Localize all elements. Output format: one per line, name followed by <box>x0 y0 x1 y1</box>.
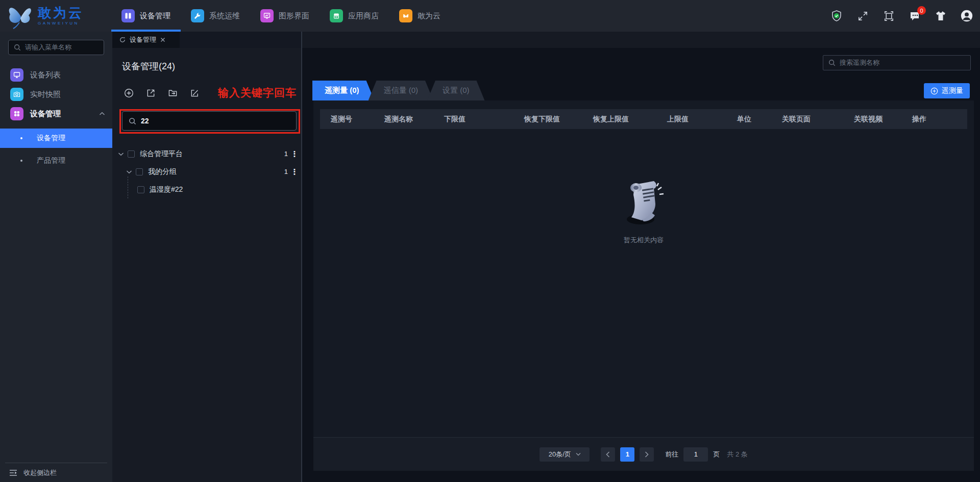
main-content: 搜索遥测名称 遥测量 (0) 遥信量 (0) 设置 (0) 遥测量 遥测号 遥测… <box>301 32 980 482</box>
system-ops-icon <box>191 9 204 22</box>
tab-telesignal[interactable]: 遥信量 (0) <box>369 81 434 100</box>
sidebar-item-device-list[interactable]: 设备列表 <box>0 65 112 85</box>
column-header: 关联视频 <box>854 115 912 124</box>
logo-title: 敢为云 <box>38 6 84 19</box>
user-avatar[interactable] <box>961 10 973 22</box>
page-tab-device-management[interactable]: 设备管理 <box>112 32 180 48</box>
menu-search-placeholder: 请输入菜单名称 <box>25 43 71 52</box>
refresh-icon[interactable] <box>119 37 126 43</box>
node-checkbox[interactable] <box>136 168 143 175</box>
chevron-left-icon <box>606 451 610 458</box>
messages-icon[interactable]: 0 <box>909 10 921 22</box>
tree-node-my-group[interactable]: 我的分组 1 ⋮ <box>112 163 301 181</box>
search-icon <box>14 44 21 51</box>
graphic-ui-icon <box>260 9 274 22</box>
nav-label: 系统运维 <box>209 11 240 21</box>
theme-skin-icon[interactable] <box>935 10 947 22</box>
tree-node-device[interactable]: 温湿度#22 <box>112 181 301 198</box>
table-header-row: 遥测号 遥测名称 下限值 恢复下限值 恢复上限值 上限值 单位 关联页面 关联视… <box>320 109 967 129</box>
main-top-strip <box>302 32 980 48</box>
sidebar-subitem-product-management[interactable]: 产品管理 <box>0 151 112 170</box>
table-body: 暂无相关内容 <box>313 129 974 437</box>
frame-capture-icon[interactable] <box>883 10 895 22</box>
page-size-select[interactable]: 20条/页 <box>540 447 590 462</box>
annotation-text: 输入关键字回车 <box>218 86 297 100</box>
nav-item-system-ops[interactable]: 系统运维 <box>181 0 250 32</box>
page-number-button[interactable]: 1 <box>620 447 634 462</box>
tab-settings[interactable]: 设置 (0) <box>427 81 485 100</box>
collapse-sidebar-icon <box>9 469 17 476</box>
sidebar-item-label: 设备列表 <box>30 70 61 80</box>
move-to-group-icon[interactable] <box>168 88 178 98</box>
empty-scroll-icon <box>620 177 667 226</box>
sidebar-menu: 设备列表 实时快照 设备管理 设备管理 产品管理 <box>0 65 112 170</box>
sidebar-item-device-management[interactable]: 设备管理 <box>0 104 112 123</box>
collapse-sidebar-button[interactable]: 收起侧边栏 <box>0 463 112 482</box>
nav-item-graphic-ui[interactable]: 图形界面 <box>250 0 320 32</box>
add-telemetry-button[interactable]: 遥测量 <box>924 83 970 98</box>
camera-icon <box>10 88 23 101</box>
node-checkbox[interactable] <box>137 186 144 193</box>
caret-down-icon[interactable] <box>118 152 124 156</box>
open-external-icon[interactable] <box>146 88 156 98</box>
pagination: 20条/页 1 前往 1 <box>540 447 747 462</box>
column-header: 单位 <box>737 115 782 124</box>
goto-label: 前往 <box>665 450 678 459</box>
device-tree-panel: 设备管理 设备管理(24) 输入关键字回车 22 综合管理平台 1 ⋮ 我的分组 <box>112 32 301 482</box>
left-sidebar: 请输入菜单名称 设备列表 实时快照 设备管理 设备 <box>0 32 112 482</box>
nav-item-device-management[interactable]: 设备管理 <box>111 0 181 32</box>
ganwei-cloud-icon <box>399 9 412 22</box>
page-size-value: 20条/页 <box>549 450 571 459</box>
butterfly-logo-icon <box>6 2 33 30</box>
sidebar-item-live-snapshot[interactable]: 实时快照 <box>0 85 112 104</box>
column-header: 关联页面 <box>782 115 854 124</box>
menu-search-input[interactable]: 请输入菜单名称 <box>8 40 104 55</box>
tree-search-value: 22 <box>141 117 149 125</box>
top-bar: 敢为云 GANWEIYUN 设备管理 系统运维 图形界面 应用 <box>0 0 980 32</box>
device-tree: 综合管理平台 1 ⋮ 我的分组 1 ⋮ 温湿度#22 <box>112 145 301 198</box>
tab-telemetry[interactable]: 遥测量 (0) <box>312 81 375 100</box>
column-header: 遥测名称 <box>384 115 444 124</box>
node-more-icon[interactable]: ⋮ <box>288 149 301 159</box>
grid-apps-icon <box>10 107 23 120</box>
fullscreen-icon[interactable] <box>856 10 869 22</box>
edit-node-icon[interactable] <box>190 88 200 98</box>
node-more-icon[interactable]: ⋮ <box>288 167 301 176</box>
total-count-label: 共 2 条 <box>727 450 747 459</box>
column-header: 恢复上限值 <box>593 115 667 124</box>
message-count-badge: 0 <box>917 6 926 15</box>
add-telemetry-label: 遥测量 <box>942 86 963 95</box>
tree-search-input[interactable]: 22 <box>122 111 297 131</box>
tree-node-label: 温湿度#22 <box>150 185 183 194</box>
chevron-down-icon <box>576 452 581 456</box>
tree-node-platform[interactable]: 综合管理平台 1 ⋮ <box>112 145 301 163</box>
app-logo: 敢为云 GANWEIYUN <box>6 2 84 30</box>
nav-label: 应用商店 <box>348 11 379 21</box>
nav-item-app-store[interactable]: 应用商店 <box>320 0 389 32</box>
telemetry-search-input[interactable]: 搜索遥测名称 <box>823 55 971 70</box>
sidebar-subitem-device-management[interactable]: 设备管理 <box>0 129 112 148</box>
goto-page-input[interactable]: 1 <box>683 447 708 462</box>
nav-label: 设备管理 <box>140 11 170 21</box>
nav-label: 敢为云 <box>418 11 440 21</box>
bullet-icon <box>20 160 22 162</box>
security-shield-icon[interactable] <box>830 10 843 22</box>
column-header: 上限值 <box>667 115 737 124</box>
page-unit-label: 页 <box>713 450 720 459</box>
close-tab-icon[interactable] <box>160 37 165 42</box>
prev-page-button[interactable] <box>601 447 615 462</box>
search-icon <box>129 117 136 125</box>
nav-label: 图形界面 <box>279 11 309 21</box>
column-header: 恢复下限值 <box>524 115 593 124</box>
caret-down-icon[interactable] <box>126 170 132 174</box>
device-management-icon <box>121 9 135 22</box>
current-page: 1 <box>626 450 629 458</box>
column-header: 下限值 <box>444 115 524 124</box>
node-checkbox[interactable] <box>128 150 135 158</box>
collapse-sidebar-label: 收起侧边栏 <box>23 468 57 477</box>
chevron-up-icon <box>99 112 105 116</box>
next-page-button[interactable] <box>640 447 654 462</box>
goto-page-value: 1 <box>694 450 698 458</box>
add-node-icon[interactable] <box>124 88 134 98</box>
nav-item-ganwei-cloud[interactable]: 敢为云 <box>389 0 451 32</box>
